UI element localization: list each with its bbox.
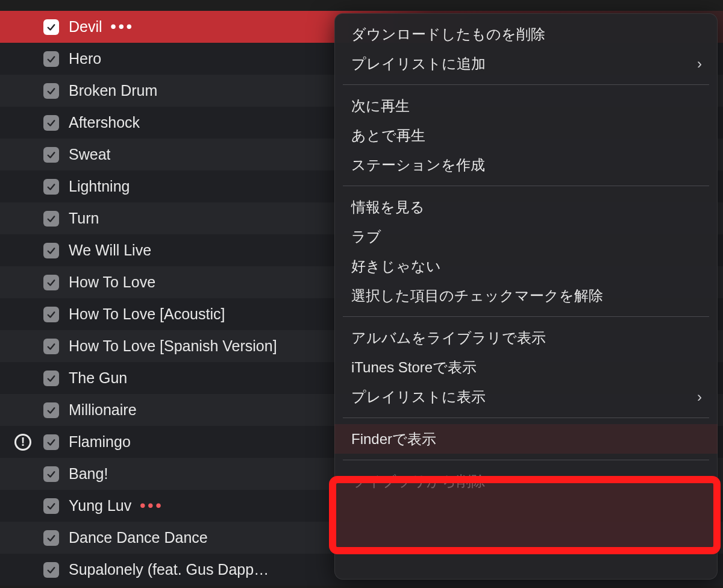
menu-item-label: アルバムをライブラリで表示 [351,328,546,348]
song-title: Hero [69,50,101,67]
more-options-icon[interactable]: ••• [140,496,163,515]
menu-item-label: 情報を見る [351,198,425,217]
checkbox[interactable] [43,498,59,514]
menu-item-label: ライブラリから削除 [351,472,486,491]
context-menu-item[interactable]: Finderで表示 [334,424,718,454]
checkbox[interactable] [43,51,59,67]
menu-separator [343,186,709,186]
checkbox[interactable] [43,339,59,354]
checkbox[interactable] [43,307,59,322]
checkbox[interactable] [43,83,59,99]
context-menu-item[interactable]: プレイリストに表示› [334,382,718,411]
checkbox[interactable] [43,402,59,418]
song-title: How To Love [Spanish Version] [69,337,277,355]
menu-item-label: ステーションを作成 [351,155,485,175]
song-title: Dance Dance Dance [69,529,208,546]
checkbox[interactable] [43,371,59,386]
app-viewport: Devil•••HeroBroken DrumAftershockSweatLi… [0,0,723,588]
checkbox[interactable] [43,179,59,195]
context-menu-item[interactable]: 好きじゃない [334,251,718,281]
checkbox[interactable] [43,466,59,482]
context-menu-item[interactable]: ダウンロードしたものを削除 [334,19,718,49]
menu-item-label: 選択した項目のチェックマークを解除 [351,286,603,305]
menu-item-label: 次に再生 [351,96,410,116]
context-menu-item[interactable]: 選択した項目のチェックマークを解除 [334,281,718,310]
menu-separator [343,460,709,460]
context-menu-item[interactable]: iTunes Storeで表示 [334,352,718,382]
song-title: Aftershock [69,114,140,131]
song-title: Turn [69,210,99,227]
song-title: Yung Luv [69,497,131,514]
context-menu-item[interactable]: 情報を見る [334,192,718,222]
context-menu-item[interactable]: ライブラリから削除 [334,466,718,496]
context-menu-item[interactable]: あとで再生 [334,120,718,150]
menu-separator [343,418,709,418]
song-title: Supalonely (feat. Gus Dapp… [69,561,269,578]
song-title: The Gun [69,369,127,387]
checkbox[interactable] [43,275,59,290]
checkbox[interactable] [43,434,59,450]
context-menu[interactable]: ダウンロードしたものを削除プレイリストに追加›次に再生あとで再生ステーションを作… [334,13,718,580]
checkbox[interactable] [43,243,59,258]
menu-item-label: iTunes Storeで表示 [351,358,477,377]
song-title: Sweat [69,146,110,163]
song-title: Millionaire [69,401,137,419]
chevron-right-icon: › [697,389,702,405]
checkbox[interactable] [43,115,59,131]
checkbox[interactable] [43,211,59,227]
song-title: Devil [69,18,102,36]
song-title: Flamingo [69,433,131,451]
alert-icon: ! [14,434,31,451]
context-menu-item[interactable]: ステーションを作成 [334,150,718,180]
menu-item-label: 好きじゃない [351,257,441,276]
chevron-right-icon: › [697,55,702,72]
song-title: We Will Live [69,242,151,259]
menu-item-label: プレイリストに追加 [351,54,486,74]
context-menu-item[interactable]: アルバムをライブラリで表示 [334,323,718,352]
menu-item-label: あとで再生 [351,126,425,145]
menu-separator [343,84,709,85]
context-menu-item[interactable]: プレイリストに追加› [334,49,718,78]
context-menu-item[interactable]: 次に再生 [334,91,718,120]
menu-item-label: ダウンロードしたものを削除 [351,25,545,44]
context-menu-item[interactable]: ラブ [334,222,718,251]
menu-item-label: プレイリストに表示 [351,387,486,407]
menu-separator [343,316,709,317]
song-title: Broken Drum [69,82,157,99]
checkbox[interactable] [43,530,59,546]
song-title: How To Love [Acoustic] [69,305,225,323]
song-title: Lightning [69,178,130,195]
menu-item-label: ラブ [351,227,381,246]
menu-item-label: Finderで表示 [351,430,436,449]
checkbox[interactable] [43,147,59,163]
checkbox[interactable] [43,19,59,35]
song-title: How To Love [69,274,155,291]
more-options-icon[interactable]: ••• [111,17,134,36]
song-title: Bang! [69,465,108,483]
checkbox[interactable] [43,562,59,578]
